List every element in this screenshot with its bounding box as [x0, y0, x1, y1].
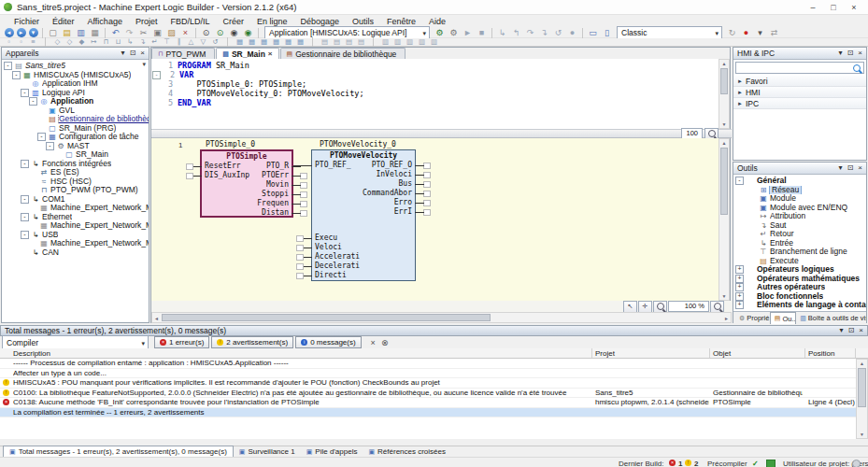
editor-tab[interactable]: ▤ SR_Main ×	[216, 48, 278, 59]
message-row[interactable]: C0138: Aucune méthode 'FB_Init' correspo…	[0, 398, 856, 408]
fbd-jump-tool[interactable]: ▤	[331, 38, 343, 47]
device-tree-item[interactable]: - ▥ Logique API	[2, 89, 149, 98]
declaration-editor[interactable]: 1 PROGRAM SR_Main - 2 VAR 3 PTOSimple_0:…	[151, 59, 719, 129]
message-filter-button[interactable]: 0 message(s)	[295, 336, 361, 348]
code-line[interactable]: 4 PTOMoveVelocity_0: PTOMoveVelocity;	[151, 89, 719, 98]
panel-menu-icon[interactable]: ▾	[839, 50, 843, 57]
device-tree-item[interactable]: ↳ CAN	[2, 248, 149, 258]
fb-output-pin[interactable]: Stoppi	[262, 190, 289, 199]
device-tree-item[interactable]: ≈ HSC (HSC)	[2, 177, 149, 187]
login-button[interactable]: ↳	[495, 27, 509, 38]
panel-menu-icon[interactable]: ▾	[839, 164, 843, 172]
tool-item[interactable]: ⊞ Réseau	[733, 186, 866, 195]
message-filter-button[interactable]: 1 erreur(s)	[154, 336, 209, 348]
device-tree-item[interactable]: ▢ SR_Main	[2, 150, 149, 160]
single-cycle-button[interactable]: ↺	[551, 27, 565, 38]
tree-expander-icon[interactable]: -	[37, 133, 46, 141]
column-objet[interactable]: Objet	[713, 349, 731, 358]
message-filter-button[interactable]: 2 avertissement(s)	[211, 336, 293, 348]
right-panel-tab[interactable]: ▥ Boîte à outils de visual...	[796, 313, 866, 324]
vijeo-frontend-button[interactable]: ▭	[586, 27, 600, 38]
insert-return-tool[interactable]: ↵	[149, 38, 161, 47]
tool-item[interactable]: ↳ Entrée	[733, 239, 866, 248]
tool-item[interactable]: + Opérateurs mathématiques	[733, 275, 866, 284]
device-tree-item[interactable]: - ▦ Configuration de tâche	[2, 133, 149, 142]
fb-input-pin[interactable]: Accelerati	[315, 252, 360, 262]
device-tree-item[interactable]: ▦ Machine_Expert_Network_Manager2	[2, 239, 149, 248]
fbd-box-tool[interactable]: ▤	[319, 38, 331, 47]
editor-splitter[interactable]: 100	[151, 129, 732, 138]
insert-reset-coil-tool[interactable]: ▦	[294, 38, 306, 47]
fb-output-pin[interactable]: Erro	[394, 198, 412, 207]
tree-expander-icon[interactable]: -	[29, 97, 37, 106]
message-row[interactable]: Affecter un type à un code...	[0, 369, 856, 379]
menu-item[interactable]: Fichier	[7, 16, 46, 27]
tool-item[interactable]: ⊤ Branchement de ligne	[733, 248, 866, 257]
column-description[interactable]: Description	[13, 349, 50, 358]
tool-item[interactable]: ▣ Module	[733, 194, 866, 204]
device-tree-item[interactable]: ▦ Machine_Expert_Network_Manager	[2, 204, 149, 213]
tool-item[interactable]: + Autres opérateurs	[733, 283, 866, 292]
force-values-tool[interactable]: ▥	[379, 38, 391, 47]
insert-assignment-tool[interactable]: ↦	[88, 38, 100, 47]
device-tree-item[interactable]: ▦ Machine_Expert_Network_Manager1	[2, 221, 149, 231]
bottom-tab[interactable]: ▣ Références croisées	[363, 446, 451, 457]
fbd-canvas[interactable]: 1 PTOSimple_0 PTOSimple ResetErr PTO_R D…	[151, 138, 719, 301]
menu-item[interactable]: Éditer	[46, 16, 81, 27]
navigate-tool[interactable]: ↺	[209, 38, 221, 47]
device-tree-item[interactable]: - ⚙ MAST	[2, 142, 149, 151]
stop-button[interactable]: ■	[475, 27, 489, 38]
tool-item[interactable]: - Général	[733, 177, 866, 186]
fold-marker-icon[interactable]: -	[152, 71, 161, 79]
hmi-section-header[interactable]: ► Favori	[733, 76, 866, 87]
column-position[interactable]: Position	[808, 349, 834, 358]
device-tree-item[interactable]: - ▤ Sans_titre5	[2, 62, 149, 71]
insert-set-coil-tool[interactable]: ▦	[282, 38, 294, 47]
code-line[interactable]: 5 END_VAR	[151, 98, 719, 107]
insert-branch-tool[interactable]: ⊤	[161, 38, 173, 47]
editor-tab[interactable]: ▤ Gestionnaire de bibliothèque	[280, 48, 406, 59]
panel-close-icon[interactable]: ×	[858, 50, 862, 57]
device-tree-item[interactable]: ◎ Application IHM	[2, 79, 149, 89]
tool-item[interactable]: + Opérateurs logiques	[733, 265, 866, 275]
menu-item[interactable]: Affichage	[81, 16, 129, 27]
insert-parallel-contact-tool[interactable]: ▦	[246, 38, 258, 47]
tree-expander-icon[interactable]: +	[735, 301, 744, 309]
breakpoint-button[interactable]: ●	[565, 27, 579, 38]
fbd-vertical-scrollbar[interactable]: ▲ ▼	[719, 138, 730, 301]
insert-input-tool[interactable]: ↳	[124, 38, 136, 47]
fbd-select-tool[interactable]: ▫	[3, 38, 15, 47]
insert-network-below-tool[interactable]: ◇	[64, 38, 76, 47]
column-projet[interactable]: Projet	[595, 349, 615, 358]
fb-output-pin[interactable]: Distan	[262, 208, 289, 218]
fb-output-pin[interactable]: InVeloci	[376, 170, 412, 179]
hmi-section-header[interactable]: ► HMI	[733, 87, 866, 98]
logout-button[interactable]: ↰	[509, 27, 523, 38]
fold-marker-icon[interactable]	[151, 79, 160, 89]
clear-messages-button[interactable]: ×	[371, 338, 376, 347]
close-button[interactable]: ×	[844, 3, 864, 12]
message-row[interactable]: La compilation est terminée -- 1 erreurs…	[0, 408, 856, 418]
fb-output-pin[interactable]: PTO_REF_O	[372, 161, 412, 170]
editor-horizontal-scrollbar[interactable]: ◄ ►	[151, 312, 732, 323]
panel-menu-icon[interactable]: ▾	[121, 50, 125, 57]
device-tree-item[interactable]: - ↳ USB	[2, 231, 149, 240]
fb-output-pin[interactable]: PTOErr	[262, 171, 289, 180]
fbd-pan-tool[interactable]: ≡	[27, 38, 39, 47]
fb-output-pin[interactable]: CommandAbor	[363, 189, 412, 198]
tab-close-icon[interactable]: ×	[268, 50, 273, 58]
insert-comment-tool[interactable]: ◆	[76, 38, 88, 47]
fold-marker-icon[interactable]	[151, 98, 160, 107]
write-values-tool[interactable]: ▥	[391, 38, 404, 47]
tree-expander-icon[interactable]: -	[46, 142, 54, 150]
fold-marker-icon[interactable]	[151, 61, 160, 70]
fb-output-pin[interactable]: ErrI	[394, 207, 412, 217]
device-tree-item[interactable]: - ◎ Application	[2, 97, 149, 106]
insert-box-tool[interactable]: ⊓	[100, 38, 112, 47]
fb-output-pin[interactable]: PTO_R	[266, 162, 289, 171]
tool-item[interactable]: ▣ Module avec EN/ENQ	[733, 204, 866, 213]
fbd-return-tool[interactable]: ▤	[355, 38, 367, 47]
right-panel-tab[interactable]: ⚙ Proprié...	[735, 313, 770, 324]
fb-output-pin[interactable]: Bus	[399, 179, 412, 189]
device-tree-item[interactable]: - ↳ COM1	[2, 195, 149, 205]
